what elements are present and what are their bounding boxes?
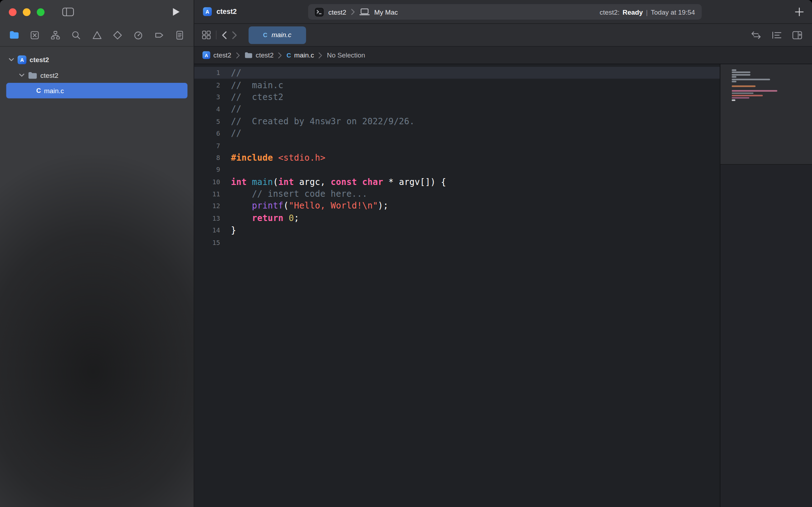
scheme-destination-label[interactable]: My Mac xyxy=(374,8,398,16)
source-control-navigator-icon[interactable] xyxy=(29,29,41,41)
library-plus-icon[interactable] xyxy=(795,7,804,16)
line-number: 12 xyxy=(194,202,226,210)
line-number: 15 xyxy=(194,239,226,246)
folder-icon xyxy=(244,52,252,59)
line-number: 11 xyxy=(194,190,226,198)
minimap-line xyxy=(732,81,736,82)
debug-navigator-icon[interactable] xyxy=(132,29,145,41)
status-state-label: Ready xyxy=(623,8,643,16)
code-line[interactable]: 7 xyxy=(194,140,720,152)
code-line[interactable]: 5// Created by 4nsw3r on 2022/9/26. xyxy=(194,115,720,127)
code-line[interactable]: 11 // insert code here... xyxy=(194,188,720,200)
divider xyxy=(216,31,216,40)
minimap-line xyxy=(732,86,756,87)
minimap-line xyxy=(732,72,750,73)
code-line[interactable]: 6// xyxy=(194,127,720,140)
code-line[interactable]: 2// main.c xyxy=(194,79,720,91)
tree-item-project[interactable]: A ctest2 xyxy=(6,52,187,67)
code-line[interactable]: 9 xyxy=(194,164,720,176)
minimap-line xyxy=(732,100,735,101)
minimap[interactable] xyxy=(720,64,812,507)
tab-overview-grid-icon[interactable] xyxy=(202,31,211,40)
navigate-back-icon[interactable] xyxy=(222,31,227,39)
breadcrumb-project[interactable]: A ctest2 xyxy=(202,51,231,59)
code-text: // xyxy=(231,104,241,114)
zoom-button[interactable] xyxy=(37,8,45,16)
code-text: } xyxy=(231,225,236,235)
code-line[interactable]: 14} xyxy=(194,224,720,236)
line-number: 9 xyxy=(194,166,226,174)
tree-item-group[interactable]: ctest2 xyxy=(6,67,187,83)
c-file-icon: C xyxy=(287,51,291,59)
line-number: 6 xyxy=(194,130,226,137)
close-button[interactable] xyxy=(9,8,17,16)
xcode-window: A ctest2 ctest2 C main.c xyxy=(0,0,812,507)
tab-main-c[interactable]: C main.c xyxy=(249,26,306,44)
breadcrumb-label: ctest2 xyxy=(256,51,274,59)
navigate-forward-icon[interactable] xyxy=(232,31,237,39)
status-time-label: Today at 19:54 xyxy=(651,8,695,16)
code-text: // xyxy=(231,129,241,139)
code-line[interactable]: 1// xyxy=(194,67,720,79)
chevron-down-icon[interactable] xyxy=(8,58,14,61)
code-line[interactable]: 15 xyxy=(194,236,720,249)
scheme-and-status-bar[interactable]: ctest2 My Mac ctest2: Ready | Today at 1… xyxy=(308,4,702,20)
code-line[interactable]: 13 return 0; xyxy=(194,212,720,224)
jump-bar: A ctest2 ctest2 C main.c No Selection xyxy=(194,47,812,64)
run-button[interactable] xyxy=(172,7,180,16)
xcode-project-icon: A xyxy=(203,7,212,16)
minimap-line xyxy=(732,97,749,99)
project-icon: A xyxy=(202,51,210,59)
code-line[interactable]: 8#include <stdio.h> xyxy=(194,152,720,164)
find-navigator-icon[interactable] xyxy=(70,29,82,41)
report-navigator-icon[interactable] xyxy=(174,29,186,41)
code-text: return 0; xyxy=(231,213,299,223)
code-review-arrows-icon[interactable] xyxy=(751,31,761,39)
test-navigator-icon[interactable] xyxy=(111,29,124,41)
minimap-line xyxy=(732,95,763,96)
code-lines[interactable]: 1//2// main.c3// ctest24//5// Created by… xyxy=(194,64,720,507)
line-number: 13 xyxy=(194,214,226,222)
build-status[interactable]: ctest2: Ready | Today at 19:54 xyxy=(600,8,695,16)
chevron-right-icon xyxy=(351,9,355,15)
minimap-line xyxy=(732,90,777,92)
breadcrumb-selection[interactable]: No Selection xyxy=(327,51,365,59)
editor-options-icon[interactable] xyxy=(772,31,781,39)
chevron-down-icon[interactable] xyxy=(19,73,25,77)
code-line[interactable]: 12 printf("Hello, World!\n"); xyxy=(194,200,720,212)
code-line[interactable]: 3// ctest2 xyxy=(194,91,720,103)
project-navigator-icon[interactable] xyxy=(8,29,20,41)
line-number: 5 xyxy=(194,117,226,125)
breadcrumb-group[interactable]: ctest2 xyxy=(244,51,274,59)
code-text: #include <stdio.h> xyxy=(231,153,326,163)
project-navigator-tree: A ctest2 ctest2 C main.c xyxy=(0,47,194,99)
code-text: // insert code here... xyxy=(231,189,367,199)
issue-navigator-icon[interactable] xyxy=(91,29,103,41)
status-separator: | xyxy=(646,8,648,16)
breakpoint-navigator-icon[interactable] xyxy=(153,29,165,41)
code-text: // ctest2 xyxy=(231,92,284,102)
tree-item-label: ctest2 xyxy=(40,71,58,79)
titlebar xyxy=(0,0,194,24)
breadcrumb-file[interactable]: C main.c xyxy=(287,51,314,59)
chevron-right-icon xyxy=(278,52,282,58)
line-number: 14 xyxy=(194,226,226,234)
code-text: int main(int argc, const char * argv[]) … xyxy=(231,177,446,187)
minimap-line xyxy=(732,92,753,94)
minimize-button[interactable] xyxy=(23,8,31,16)
project-icon: A xyxy=(17,55,26,64)
toolbar-project-title: ctest2 xyxy=(216,8,237,16)
tree-item-file-selected[interactable]: C main.c xyxy=(6,83,187,99)
line-number: 2 xyxy=(194,81,226,89)
add-editor-split-icon[interactable] xyxy=(792,31,802,39)
code-line[interactable]: 4// xyxy=(194,103,720,115)
chevron-right-icon xyxy=(236,52,240,58)
terminal-scheme-icon xyxy=(315,7,324,16)
code-line[interactable]: 10int main(int argc, const char * argv[]… xyxy=(194,176,720,188)
sidebar-toggle-icon[interactable] xyxy=(62,7,74,16)
symbol-navigator-icon[interactable] xyxy=(49,29,62,41)
minimap-line xyxy=(732,79,770,80)
scheme-target-label[interactable]: ctest2 xyxy=(328,8,346,16)
toolbar: A ctest2 ctest2 My Mac ctest2: Ready | T… xyxy=(194,0,812,24)
line-number: 7 xyxy=(194,142,226,150)
